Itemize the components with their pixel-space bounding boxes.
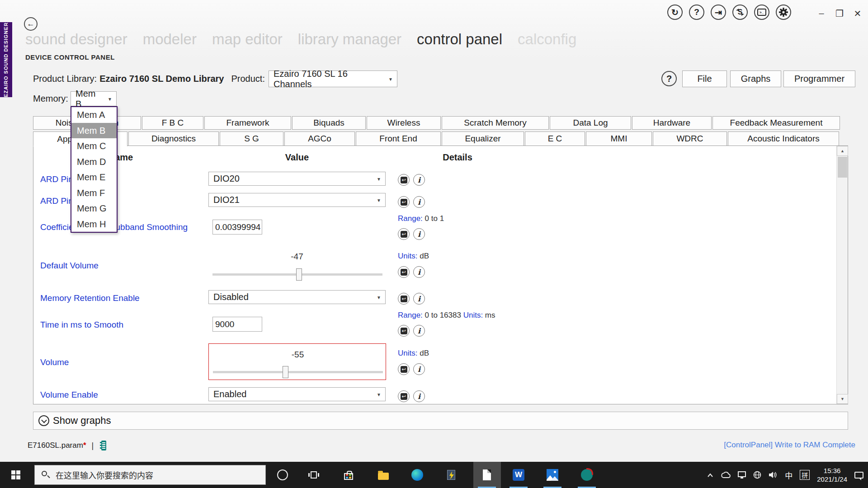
close-button[interactable]: ✕	[854, 8, 862, 19]
scrollbar-thumb[interactable]	[838, 157, 847, 178]
param-link-memory-retention[interactable]: Memory Retention Enable	[40, 293, 140, 303]
slider-thumb[interactable]	[283, 366, 288, 378]
cortana-button[interactable]	[272, 462, 293, 488]
tab-hardware[interactable]: Hardware	[632, 116, 712, 130]
memory-option-c[interactable]: Mem C	[71, 138, 117, 154]
memory-option-d[interactable]: Mem D	[71, 154, 117, 170]
tab-agco[interactable]: AGCo	[284, 131, 355, 146]
vertical-scrollbar[interactable]: ▲ ▼	[836, 146, 848, 404]
info-icon[interactable]: i	[413, 325, 425, 337]
edge-button[interactable]	[406, 462, 428, 488]
start-button[interactable]	[0, 462, 32, 488]
volume-slider[interactable]	[213, 371, 383, 373]
info-icon[interactable]: i	[413, 174, 425, 186]
action-center-icon[interactable]	[854, 472, 863, 479]
store-button[interactable]	[338, 462, 359, 488]
product-select[interactable]: Ezairo 7160 SL 16 Channels ▼	[269, 70, 397, 87]
param-link-volume-enable[interactable]: Volume Enable	[40, 390, 98, 400]
minimize-button[interactable]: –	[817, 8, 826, 19]
memory-option-g[interactable]: Mem G	[71, 201, 117, 216]
info-icon[interactable]: i	[413, 293, 425, 305]
word-button[interactable]: W	[508, 462, 529, 488]
scroll-up-icon[interactable]: ▲	[837, 146, 848, 156]
scroll-down-icon[interactable]: ▼	[837, 394, 848, 404]
tab-biquads[interactable]: Biquads	[292, 116, 366, 130]
tab-acoustic-indicators[interactable]: Acoustic Indicators	[728, 131, 839, 146]
tab-scratch-memory[interactable]: Scratch Memory	[442, 116, 549, 130]
taskbar-search[interactable]: 在这里输入你要搜索的内容	[34, 465, 266, 485]
sync-icon[interactable]: S	[732, 5, 748, 20]
back-button[interactable]: ←	[24, 17, 38, 31]
onedrive-cloud-icon[interactable]	[721, 472, 731, 479]
tab-fbc[interactable]: F B C	[142, 116, 203, 130]
settings-gear-icon[interactable]	[776, 5, 791, 20]
ime-mode-indicator[interactable]: 拼	[800, 470, 810, 480]
network-globe-icon[interactable]	[753, 471, 761, 479]
revert-icon[interactable]: ↩	[398, 390, 410, 402]
nav-sound-designer[interactable]: sound designer	[25, 31, 127, 48]
memory-option-a[interactable]: Mem A	[71, 107, 117, 123]
expand-chevron-icon[interactable]	[38, 415, 49, 426]
revert-icon[interactable]: ↩	[398, 325, 410, 337]
tab-framework[interactable]: Framework	[204, 116, 291, 130]
memory-option-e[interactable]: Mem E	[71, 169, 117, 185]
console-icon[interactable]: >_	[754, 5, 769, 20]
param-link-volume[interactable]: Volume	[40, 357, 69, 367]
slider-thumb[interactable]	[296, 268, 302, 281]
file-button[interactable]: File	[682, 70, 727, 87]
graphs-button[interactable]: Graphs	[730, 70, 781, 87]
help-icon[interactable]: ?	[689, 5, 704, 20]
param-link-default-volume[interactable]: Default Volume	[40, 261, 99, 271]
param-link-time-to-smooth[interactable]: Time in ms to Smooth	[40, 320, 123, 330]
revert-icon[interactable]: ↩	[398, 293, 410, 305]
memory-option-h[interactable]: Mem H	[71, 216, 117, 232]
info-icon[interactable]: i	[413, 196, 425, 208]
memory-select[interactable]: Mem B ▼	[71, 91, 117, 106]
programmer-button[interactable]: Programmer	[783, 70, 855, 87]
tab-wdrc[interactable]: WDRC	[653, 131, 727, 146]
hidden-icons-chevron[interactable]	[707, 473, 713, 477]
nav-map-editor[interactable]: map editor	[212, 31, 283, 48]
tab-wireless[interactable]: Wireless	[367, 116, 441, 130]
info-icon[interactable]: i	[413, 390, 425, 402]
info-icon[interactable]: i	[413, 266, 425, 278]
tab-mmi[interactable]: MMI	[586, 131, 652, 146]
photos-button[interactable]	[542, 462, 563, 488]
context-help-button[interactable]: ?	[661, 71, 677, 86]
tab-feedback-measurement[interactable]: Feedback Measurement	[712, 116, 840, 130]
task-view-button[interactable]	[303, 462, 325, 488]
param-link-ard-pin-1[interactable]: ARD Pin	[40, 174, 73, 184]
time-to-smooth-input[interactable]: 9000	[212, 317, 262, 332]
revert-icon[interactable]: ↩	[398, 363, 410, 375]
speaker-icon[interactable]	[769, 471, 778, 479]
param-link-ard-pin-2[interactable]: ARD Pin	[40, 196, 73, 206]
volume-enable-select[interactable]: Enabled▼	[208, 387, 386, 401]
ard-pin-2-select[interactable]: DIO21▼	[208, 193, 386, 207]
ime-language-indicator[interactable]: 中	[785, 469, 793, 481]
load-device-icon[interactable]: ⇥	[711, 5, 726, 20]
revert-icon[interactable]: ↩	[398, 228, 410, 240]
nav-modeler[interactable]: modeler	[143, 31, 197, 48]
tab-data-log[interactable]: Data Log	[550, 116, 631, 130]
file-explorer-button[interactable]	[373, 462, 394, 488]
nav-library-manager[interactable]: library manager	[298, 31, 401, 48]
taskbar-clock[interactable]: 15:36 2021/1/24	[817, 466, 847, 483]
memory-option-b[interactable]: Mem B	[71, 123, 117, 139]
revert-icon[interactable]: ↩	[398, 266, 410, 278]
tab-sg[interactable]: S G	[220, 131, 283, 146]
revert-icon[interactable]: ↩	[398, 174, 410, 186]
memory-retention-select[interactable]: Disabled▼	[208, 290, 386, 304]
teal-app-button[interactable]	[576, 462, 598, 488]
restore-button[interactable]: ❐	[835, 8, 844, 19]
revert-icon[interactable]: ↩	[398, 196, 410, 208]
refresh-icon[interactable]: ↻	[667, 5, 683, 20]
tab-ec[interactable]: E C	[525, 131, 585, 146]
tab-front-end[interactable]: Front End	[356, 131, 441, 146]
info-icon[interactable]: i	[413, 228, 425, 240]
info-icon[interactable]: i	[413, 363, 425, 375]
programmer-app-button[interactable]	[440, 462, 462, 488]
display-icon[interactable]	[738, 471, 746, 477]
coefficient-input[interactable]: 0.00399994	[212, 220, 262, 235]
nav-calconfig[interactable]: calconfig	[518, 31, 576, 48]
ard-pin-1-select[interactable]: DIO20▼	[208, 172, 386, 186]
